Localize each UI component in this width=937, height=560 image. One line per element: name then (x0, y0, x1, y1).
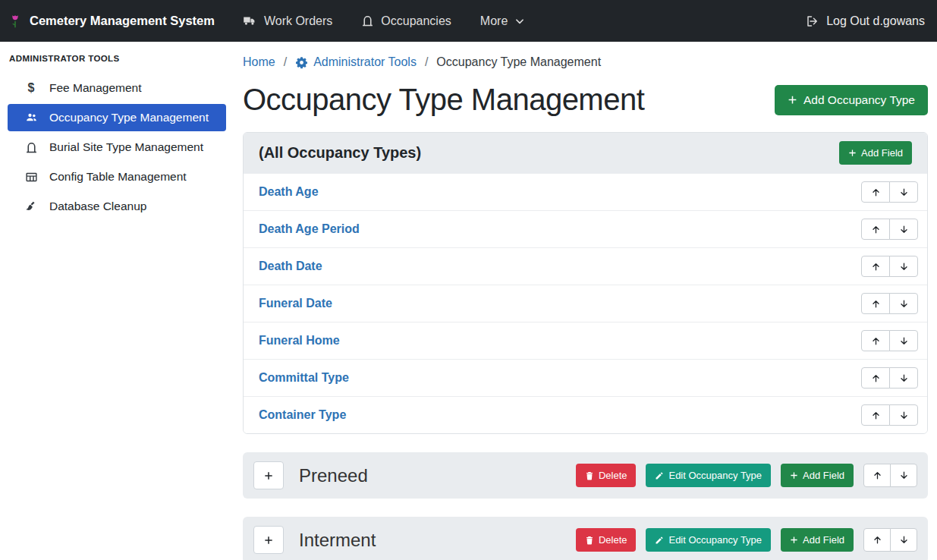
gear-icon (295, 56, 308, 69)
edit-occupancy-type-label: Edit Occupancy Type (668, 534, 762, 546)
arrow-up-icon (871, 299, 881, 309)
arrow-up-icon (873, 470, 882, 480)
section-move-group (863, 528, 917, 552)
field-link[interactable]: Death Age (259, 185, 319, 199)
sidebar-item-config-table-management[interactable]: Config Table Management (8, 163, 226, 190)
delete-button[interactable]: Delete (576, 528, 637, 552)
move-up-button[interactable] (861, 330, 890, 351)
field-link[interactable]: Death Date (259, 260, 322, 273)
expand-section-button[interactable] (253, 461, 284, 489)
pencil-icon (655, 536, 664, 545)
logout-link[interactable]: Log Out d.gowans (806, 14, 925, 28)
move-up-button[interactable] (861, 404, 890, 426)
field-row: Committal Type (244, 359, 927, 396)
plus-icon (848, 149, 857, 157)
move-down-button[interactable] (889, 256, 918, 277)
move-down-button[interactable] (889, 367, 918, 389)
nav-work-orders[interactable]: Work Orders (242, 14, 332, 28)
arrow-down-icon (899, 470, 909, 480)
arrow-up-icon (871, 373, 881, 383)
all-types-card-header: (All Occupancy Types) Add Field (244, 133, 927, 173)
plus-icon (788, 95, 797, 105)
nav-links: Work Orders Occupancies More (242, 14, 525, 28)
breadcrumb-separator: / (284, 55, 287, 69)
move-up-button[interactable] (861, 219, 890, 240)
move-down-button[interactable] (889, 330, 918, 351)
move-up-button[interactable] (861, 181, 890, 203)
delete-label: Delete (599, 470, 627, 481)
add-field-label: Add Field (803, 470, 844, 481)
field-link[interactable]: Funeral Home (259, 334, 340, 348)
move-up-button[interactable] (861, 367, 890, 389)
field-link[interactable]: Funeral Date (259, 297, 332, 310)
add-occupancy-type-button[interactable]: Add Occupancy Type (775, 85, 928, 115)
field-row: Container Type (244, 396, 927, 433)
edit-occupancy-type-label: Edit Occupancy Type (668, 470, 762, 481)
sidebar-item-burial-site-type-management[interactable]: Burial Site Type Management (8, 134, 226, 161)
move-down-button[interactable] (890, 528, 917, 552)
sidebar-item-occupancy-type-management[interactable]: Occupancy Type Management (8, 104, 226, 131)
field-link[interactable]: Death Age Period (259, 222, 360, 236)
edit-occupancy-type-button[interactable]: Edit Occupancy Type (646, 528, 771, 552)
section-actions: Delete Edit Occupancy Type Add Field (576, 528, 917, 552)
sections: Preneed Delete Edit Occupancy Type Add F… (243, 452, 928, 560)
sidebar-header: ADMINISTRATOR TOOLS (0, 49, 228, 72)
nav-more-label: More (480, 14, 508, 28)
field-move-group (861, 256, 918, 277)
nav-occupancies[interactable]: Occupancies (361, 14, 451, 28)
add-field-button[interactable]: Add Field (781, 528, 854, 552)
move-down-button[interactable] (889, 293, 918, 314)
field-move-group (861, 181, 918, 203)
arrow-up-icon (871, 262, 881, 272)
plus-icon (263, 470, 274, 481)
move-up-button[interactable] (861, 293, 890, 314)
users-icon (23, 112, 39, 124)
flower-logo-icon (8, 12, 23, 30)
arrow-down-icon (899, 225, 909, 234)
sidebar-item-label: Fee Management (49, 81, 142, 95)
expand-section-button[interactable] (253, 526, 284, 554)
move-up-button[interactable] (861, 256, 890, 277)
field-row: Death Age Period (244, 210, 927, 247)
breadcrumb-separator: / (425, 55, 428, 69)
sidebar: ADMINISTRATOR TOOLS $ Fee Management Occ… (0, 42, 228, 560)
breadcrumb-admin-tools[interactable]: Administrator Tools (295, 55, 417, 69)
plus-icon (790, 536, 798, 544)
breadcrumb-home[interactable]: Home (243, 55, 275, 69)
move-up-button[interactable] (863, 464, 891, 487)
pencil-icon (655, 471, 664, 480)
logout-label: Log Out d.gowans (826, 14, 925, 28)
field-link[interactable]: Container Type (259, 408, 346, 422)
section-name: Preneed (299, 465, 368, 486)
add-field-label: Add Field (803, 534, 844, 546)
breadcrumb-current: Occupancy Type Management (436, 55, 601, 69)
nav-more[interactable]: More (480, 14, 525, 28)
all-types-card-title: (All Occupancy Types) (259, 144, 421, 162)
arrow-down-icon (899, 299, 909, 309)
add-occupancy-type-label: Add Occupancy Type (803, 93, 915, 107)
move-down-button[interactable] (889, 404, 918, 426)
plus-icon (790, 471, 798, 480)
sidebar-item-label: Database Cleanup (49, 200, 146, 213)
add-field-button[interactable]: Add Field (839, 141, 912, 165)
chevron-down-icon (514, 16, 525, 27)
sidebar-item-label: Occupancy Type Management (49, 111, 209, 124)
delete-button[interactable]: Delete (576, 464, 637, 487)
move-up-button[interactable] (863, 528, 891, 552)
field-link[interactable]: Committal Type (259, 371, 349, 385)
sidebar-item-database-cleanup[interactable]: Database Cleanup (8, 193, 226, 220)
sidebar-item-fee-management[interactable]: $ Fee Management (8, 74, 226, 102)
trash-icon (585, 536, 594, 545)
move-down-button[interactable] (890, 464, 917, 487)
nav-work-orders-label: Work Orders (264, 14, 332, 28)
edit-occupancy-type-button[interactable]: Edit Occupancy Type (646, 464, 771, 487)
move-down-button[interactable] (889, 181, 918, 203)
plus-icon (263, 535, 274, 546)
add-field-button[interactable]: Add Field (781, 464, 854, 487)
tombstone-icon (361, 14, 374, 27)
sidebar-item-label: Burial Site Type Management (49, 140, 203, 154)
brand[interactable]: Cemetery Management System (8, 12, 215, 30)
move-down-button[interactable] (889, 219, 918, 240)
arrow-up-icon (871, 187, 881, 197)
section-name: Interment (299, 530, 376, 551)
